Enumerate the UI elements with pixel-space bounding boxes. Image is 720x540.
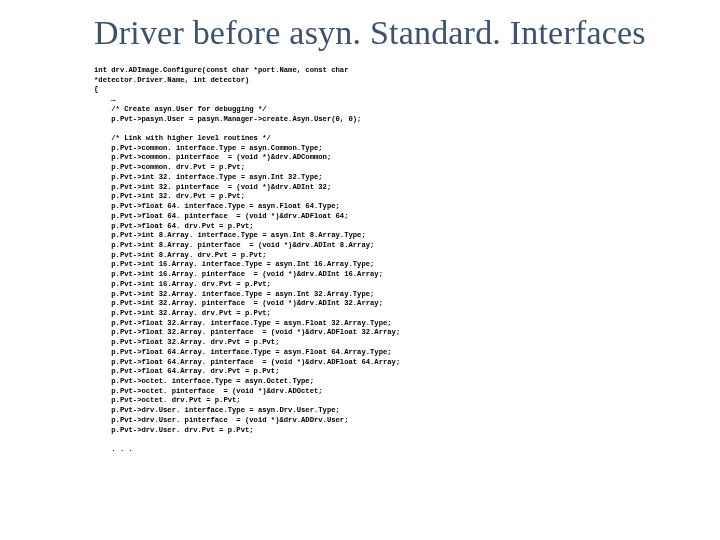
slide: Driver before asyn. Standard. Interfaces… <box>0 0 720 540</box>
code-block: int drv.ADImage.Configure(const char *po… <box>94 66 654 455</box>
slide-title: Driver before asyn. Standard. Interfaces <box>94 14 646 52</box>
